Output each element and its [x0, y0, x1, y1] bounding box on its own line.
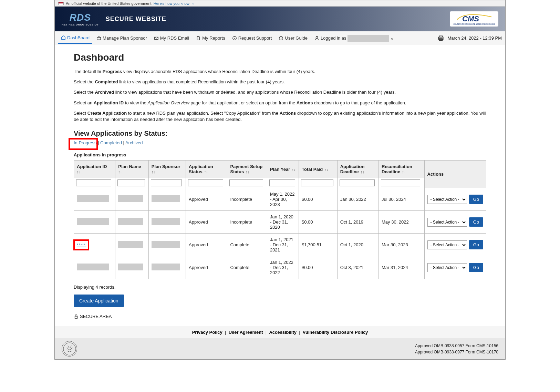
filter-payment-status[interactable] [229, 179, 263, 186]
timestamp: March 24, 2022 - 12:39 PM [447, 35, 502, 41]
nav-request-support[interactable]: Request Support [229, 33, 275, 43]
footer-link-vulnerability[interactable]: Vulnerability Disclosure Policy [303, 330, 368, 335]
action-select[interactable]: - Select Action - [427, 195, 467, 204]
hhs-seal-icon [62, 341, 77, 357]
cell-plan-year: Jan 1, 2022 - Dec 31, 2022 [267, 256, 299, 279]
action-select[interactable]: - Select Action - [427, 263, 467, 272]
cell-actions: - Select Action -Go [424, 188, 486, 211]
secure-area-label: SECURE AREA [74, 314, 486, 319]
nav-my-rds-email[interactable]: My RDS Email [151, 33, 192, 43]
cell-plan-sponsor [148, 211, 186, 234]
cell-actions: - Select Action -Go [424, 234, 486, 256]
gov-banner-link[interactable]: Here's how you know [154, 1, 189, 6]
redacted-block [77, 195, 109, 202]
svg-text:CMS: CMS [462, 14, 479, 23]
footer-link-privacy[interactable]: Privacy Policy [192, 330, 222, 335]
cell-total-paid: $0.00 [299, 188, 338, 211]
filter-app-id[interactable] [76, 179, 111, 186]
chevron-down-icon: ⌄ [191, 1, 195, 6]
col-plan-sponsor[interactable]: Plan Sponsor ↑↓ [148, 161, 186, 178]
go-button[interactable]: Go [469, 263, 483, 272]
cell-app-id [74, 188, 115, 211]
cell-plan-year: Jan 1, 2020 - Dec 31, 2020 [267, 211, 299, 234]
cell-payment-status: Complete [227, 234, 267, 256]
chevron-down-icon[interactable]: ⌄ [390, 35, 394, 41]
nav-user-guide[interactable]: User Guide [276, 33, 310, 43]
action-select[interactable]: - Select Action - [427, 218, 467, 227]
approved-text: Approved OMB-0938-0957 Form CMS-10156 Ap… [415, 343, 498, 355]
cell-app-status: Approved [186, 211, 227, 234]
cell-total-paid: $0.00 [299, 256, 338, 279]
redacted-block [118, 195, 143, 202]
rds-logo: RDS RETIREE DRUG SUBSIDY [62, 12, 99, 26]
nav-my-reports[interactable]: My Reports [193, 33, 228, 43]
app-id-link[interactable]: ***** [77, 243, 86, 247]
redacted-block [77, 264, 109, 270]
cell-app-status: Approved [186, 256, 227, 279]
sort-icon: ↑↓ [77, 170, 81, 174]
status-links: In Progress | Completed | Archived [74, 140, 486, 145]
go-button[interactable]: Go [469, 240, 483, 249]
intro-p2: Select the Completed link to view applic… [74, 79, 486, 85]
sort-icon: ↑↓ [203, 170, 208, 174]
col-app-deadline[interactable]: Application Deadline ↑↓ [337, 161, 378, 178]
support-icon [232, 36, 237, 41]
lock-icon [74, 314, 79, 319]
go-button[interactable]: Go [469, 195, 483, 204]
rds-logo-subtext: RETIREE DRUG SUBSIDY [62, 23, 99, 26]
footer-link-user-agreement[interactable]: User Agreement [229, 330, 263, 335]
filter-total-paid[interactable] [301, 179, 333, 186]
go-button[interactable]: Go [469, 217, 483, 227]
cell-app-deadline: Oct 3, 2021 [337, 256, 378, 279]
mail-icon [154, 36, 159, 41]
filter-recon-deadline[interactable] [381, 179, 420, 186]
nav-logged-in[interactable]: Logged in as ⌄ [312, 32, 397, 44]
create-application-button[interactable]: Create Application [74, 295, 124, 307]
intro-p5: Select Create Application to start a new… [74, 110, 486, 123]
nav-label: User Guide [285, 35, 308, 41]
cell-plan-sponsor [148, 188, 186, 211]
col-plan-name[interactable]: Plan Name ↑↓ [115, 161, 149, 178]
filter-plan-year[interactable] [269, 179, 295, 186]
col-plan-year[interactable]: Plan Year ↑↓ [267, 161, 299, 178]
filter-app-deadline[interactable] [340, 179, 375, 186]
table-row: ApprovedIncompleteJan 1, 2020 - Dec 31, … [74, 211, 486, 234]
print-icon[interactable] [438, 35, 444, 41]
cell-payment-status: Incomplete [227, 188, 267, 211]
redacted-block [118, 218, 143, 225]
action-select[interactable]: - Select Action - [427, 240, 467, 249]
filter-app-status[interactable] [188, 179, 223, 186]
link-archived[interactable]: Archived [125, 140, 143, 145]
link-in-progress[interactable]: In Progress [74, 140, 96, 145]
col-app-id[interactable]: Application ID ↑↓ [74, 161, 115, 178]
svg-rect-9 [75, 316, 77, 318]
filter-plan-name[interactable] [117, 179, 145, 186]
cell-plan-year: Jan 1, 2021 - Dec 31, 2021 [267, 234, 299, 256]
link-completed[interactable]: Completed [100, 140, 122, 145]
filter-plan-sponsor[interactable] [151, 179, 182, 186]
main-content: Dashboard The default In Progress view d… [55, 45, 505, 326]
redacted-block [152, 241, 180, 248]
col-total-paid[interactable]: Total Paid ↑↓ [299, 161, 338, 178]
redacted-block [152, 218, 180, 225]
col-app-status[interactable]: Application Status ↑↓ [186, 161, 227, 178]
nav-manage-plan-sponsor[interactable]: Manage Plan Sponsor [94, 33, 150, 43]
cell-plan-year: May 1, 2022 - Apr 30, 2023 [267, 188, 299, 211]
footer-link-accessibility[interactable]: Accessibility [269, 330, 297, 335]
cms-logo: CMS CENTERS FOR MEDICARE & MEDICAID SERV… [450, 11, 498, 27]
cell-total-paid: $1,700.51 [299, 234, 338, 256]
cell-payment-status: Complete [227, 256, 267, 279]
nav-dashboard[interactable]: DashBoard [58, 32, 92, 44]
cell-recon-deadline: Mar 31, 2024 [379, 256, 425, 279]
col-recon-deadline[interactable]: Reconciliation Deadline ↑↓ [379, 161, 425, 178]
cell-plan-name [115, 188, 149, 211]
cell-app-status: Approved [186, 188, 227, 211]
col-payment-status[interactable]: Payment Setup Status ↑↓ [227, 161, 267, 178]
briefcase-icon [96, 36, 101, 41]
svg-point-10 [63, 343, 76, 355]
intro-p4: Select an Application ID to view the App… [74, 100, 486, 106]
rds-logo-text: RDS [70, 12, 91, 23]
footer-links: Privacy Policy | User Agreement | Access… [55, 326, 505, 338]
redacted-block [118, 264, 143, 270]
view-by-status-title: View Applications by Status: [74, 130, 486, 137]
